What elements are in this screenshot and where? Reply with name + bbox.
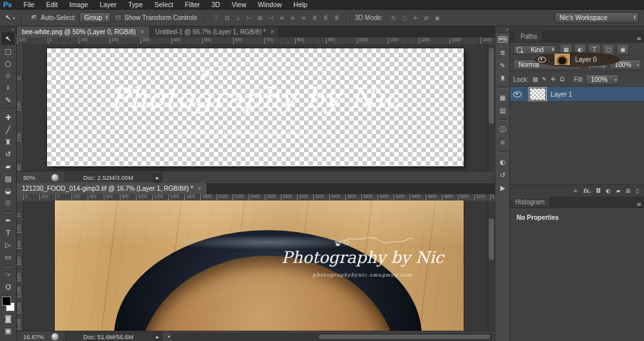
rectangle-tool[interactable]: ▭ [1,251,15,264]
crop-tool[interactable]: ♯ [1,82,15,94]
distribute-left-edges-icon[interactable]: Ⅲ [309,13,320,23]
tab-bee-white[interactable]: bee-white.png @ 50% (Layer 0, RGB/8)× [17,26,150,37]
auto-select-target-dropdown[interactable]: Group ▲▼ [79,12,111,23]
quick-mask-button[interactable]: ◙ [1,313,15,325]
scroll-left-arrow-icon[interactable]: ◂ [167,334,170,339]
scrollbar-thumb[interactable] [489,48,494,124]
expand-panels-button[interactable]: « [495,26,510,33]
vertical-scrollbar[interactable] [488,44,495,171]
menu-item[interactable]: Edit [40,1,63,8]
vertical-scrollbar[interactable] [488,200,495,331]
delete-layer-icon[interactable]: ▯ [636,188,639,194]
show-transform-controls-checkbox[interactable]: Show Transform Controls [114,14,197,22]
align-bottom-edges-icon[interactable]: ⊥ [232,13,243,23]
canvas-coffee-photo[interactable]: Photography by Nic photographybynic.smug… [55,200,464,331]
tab-paths[interactable]: Paths [515,32,543,42]
collapse-toolbar-button[interactable]: » [0,26,16,33]
foreground-color-swatch[interactable] [2,297,11,306]
navigator-panel-icon[interactable]: ☼ [497,137,509,148]
menu-item[interactable]: Help [288,1,314,8]
adjustments-sliders-panel-icon[interactable]: ≣ [497,46,509,58]
filter-smart-objects-icon[interactable]: ▣ [616,44,629,55]
align-vertical-centers-icon[interactable]: ⊟ [222,13,232,23]
lock-position-icon[interactable]: ✛ [549,76,558,83]
brush-tool[interactable]: ╱ [1,124,15,136]
menu-item[interactable]: Select [149,1,179,8]
align-top-edges-icon[interactable]: ⊤ [211,13,222,23]
adjustments-panel-icon[interactable]: ◐ [497,156,509,168]
current-tool-preset[interactable]: ↖ ▾ [5,14,15,22]
menu-item[interactable]: Layer [94,1,122,8]
viewport-bee-white[interactable]: Photography by Nic photographybynic.smug… [23,44,488,171]
add-layer-mask-icon[interactable]: ◘ [596,188,601,194]
info-panel-icon[interactable]: ⓘ [497,124,509,135]
lock-image-pixels-icon[interactable]: ✎ [540,76,549,83]
distribute-horizontal-centers-icon[interactable]: Ⅲ [320,13,331,23]
menu-item[interactable]: Type [122,1,149,8]
notes-panel-icon[interactable]: ▤ [497,104,509,116]
adjustment-layer-icon[interactable]: ◐ [606,188,611,194]
menu-item[interactable]: File [17,1,40,8]
close-icon[interactable]: × [270,28,274,35]
brush-presets-panel-icon[interactable]: ✎ [497,59,509,71]
clone-source-panel-icon[interactable]: ♜ [497,72,509,84]
3d-rotate-icon[interactable]: ↻ [388,13,399,23]
link-layers-icon[interactable]: ∞ [573,188,578,194]
tab-untitled-1[interactable]: Untitled-1 @ 66.7% (Layer 1, RGB/8) *× [150,26,280,37]
pen-tool[interactable]: ✒ [1,215,15,227]
auto-select-checkbox[interactable]: Auto-Select: [30,14,75,22]
menu-item[interactable]: Filter [179,1,205,8]
layer-row-layer-1[interactable]: Layer 1 [510,87,644,102]
type-tool[interactable]: T [1,227,15,239]
status-menu-arrow[interactable]: ▶ [153,173,162,182]
panel-drag-bar[interactable] [510,26,644,31]
close-icon[interactable]: × [198,185,202,192]
quick-selection-tool[interactable]: ☆ [1,70,15,82]
tab-food-tif[interactable]: 121230_FOOD_014-gimp3.tif @ 16.7% (Layer… [17,183,207,194]
zoom-tool[interactable]: Q [1,281,15,293]
layer-effects-icon[interactable]: fx. [583,188,591,194]
align-horizontal-centers-icon[interactable]: ⊞ [254,13,265,23]
color-swatches[interactable] [2,297,15,311]
3d-roll-icon[interactable]: ○ [399,13,410,23]
3d-slide-icon[interactable]: ⇄ [421,13,431,23]
hand-tool[interactable]: ☞ [1,269,15,281]
status-menu-arrow[interactable]: ▶ [153,332,162,341]
tab-histogram[interactable]: Histogram [510,197,551,208]
horizontal-scrollbar[interactable] [172,333,492,340]
spot-healing-brush-tool[interactable]: ✚ [1,112,15,124]
canvas-bee-white[interactable]: Photography by Nic photographybynic.smug… [47,48,464,166]
distribute-right-edges-icon[interactable]: Ⅲ [331,13,342,23]
layer-thumbnail[interactable] [529,88,546,101]
blur-tool[interactable]: ◒ [1,185,15,197]
actions-panel-icon[interactable]: ▶ [497,182,509,193]
path-selection-tool[interactable]: ▷ [1,239,15,251]
distribute-vertical-centers-icon[interactable]: ≡ [287,13,298,23]
lock-all-icon[interactable]: Ω [558,76,567,83]
3d-drag-icon[interactable]: ✛ [410,13,421,23]
align-right-edges-icon[interactable]: ⊣ [265,13,276,23]
menu-item[interactable]: Image [63,1,93,8]
lasso-tool[interactable]: ○ [1,57,15,70]
align-left-edges-icon[interactable]: ⊢ [243,13,254,23]
move-tool[interactable]: ↖ [1,33,15,45]
scrollbar-thumb[interactable] [319,335,490,339]
layer-thumbnail[interactable] [554,53,571,66]
scrollbar-thumb[interactable] [489,219,494,260]
screen-mode-button[interactable]: ▣ [1,325,15,337]
panel-menu-icon[interactable]: ≡ [633,35,644,42]
distribute-bottom-edges-icon[interactable]: ≡ [298,13,309,23]
rectangular-marquee-tool[interactable]: ▢ [1,45,15,57]
layer-row-layer-0[interactable]: Layer 0 [535,52,620,67]
mini-bridge-panel-icon[interactable]: Mb [497,34,509,45]
distribute-top-edges-icon[interactable]: ≡ [276,13,287,23]
menu-item[interactable]: View [226,1,252,8]
zoom-level[interactable]: 50% [23,174,52,181]
viewport-coffee[interactable]: Photography by Nic photographybynic.smug… [23,200,488,331]
menu-item[interactable]: Window [252,1,287,8]
history-panel-icon[interactable]: ↺ [497,169,509,180]
eyedropper-tool[interactable]: ✎ [1,94,15,106]
new-layer-icon[interactable]: ⊞ [626,188,631,194]
history-brush-tool[interactable]: ↺ [1,148,15,161]
lock-transparent-pixels-icon[interactable]: ▨ [531,76,540,83]
